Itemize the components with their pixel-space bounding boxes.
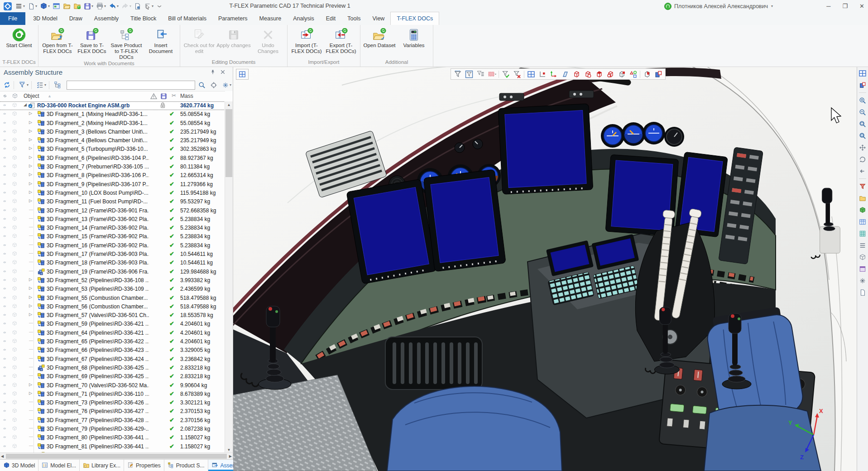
cube-top-icon[interactable] <box>594 70 604 79</box>
bottom-tab-model-el[interactable]: Model El... <box>38 460 80 471</box>
tree-row[interactable]: ▷3D Fragment_1 (Mixing Head\RD-336-1...✔… <box>0 110 225 119</box>
close-icon[interactable] <box>220 69 225 75</box>
bottom-tab-product-s[interactable]: Product S... <box>164 460 208 471</box>
collapsed-expander-icon[interactable]: ▷ <box>29 303 32 308</box>
save-product-to-t-flex-docs-button[interactable]: Save Product to T-FLEX DOCs <box>109 26 144 60</box>
tree-row[interactable]: ▷3D Fragment_10 (LOX Boost Pump\RD-...✔1… <box>0 189 225 197</box>
pin-icon[interactable] <box>210 69 216 75</box>
collapsed-expander-icon[interactable]: ▷ <box>29 277 32 282</box>
scrollbar-thumb[interactable] <box>6 454 227 459</box>
user-account[interactable]: Плотников Алексей Александрович ▾ <box>664 0 773 12</box>
expanded-expander-icon[interactable]: ◢ <box>24 102 27 107</box>
ribbon-tab-3d-model[interactable]: 3D Model <box>27 12 63 25</box>
scroll-right-icon[interactable]: ▶ <box>229 453 232 460</box>
grid-teal-icon[interactable] <box>858 229 867 238</box>
macro-document-icon[interactable] <box>133 1 142 11</box>
collapsed-expander-icon[interactable]: ▷ <box>29 163 32 168</box>
undo-icon[interactable]: ▾ <box>108 1 120 11</box>
restore-button[interactable]: ❐ <box>842 3 848 10</box>
wire-cube-icon[interactable] <box>571 70 582 79</box>
tree-row[interactable]: ▷3D Fragment_52 (Pipelines\RD-336-108 ..… <box>0 276 225 285</box>
highlight-color-icon[interactable] <box>486 70 497 79</box>
collapsed-expander-icon[interactable]: ▷ <box>29 120 32 125</box>
rotate-view-icon[interactable] <box>858 155 867 163</box>
filter-clear-icon[interactable] <box>512 70 523 79</box>
ribbon-tab-view[interactable]: View <box>367 12 391 25</box>
close-button[interactable]: ✕ <box>859 3 864 10</box>
page-s-icon[interactable] <box>858 288 867 297</box>
tree-row[interactable]: ▷3D Fragment_4 (Bellows Chamber Unit\...… <box>0 136 225 145</box>
open-folder-s-icon[interactable] <box>858 194 867 202</box>
collapsed-expander-icon[interactable]: ▷ <box>29 181 32 186</box>
tree-row[interactable]: —3D Fragment_59 (Pipelines\RD-336-421 ..… <box>0 320 225 328</box>
insert-document-button[interactable]: Insert Document <box>144 26 178 54</box>
minimize-button[interactable]: ─ <box>826 3 830 10</box>
tree-row[interactable]: ▷3D Fragment_3 (Bellows Chamber Unit\...… <box>0 128 225 136</box>
tree-structure-button[interactable] <box>53 81 63 89</box>
filter-red-icon[interactable] <box>858 182 867 191</box>
tree-row[interactable]: —3D Fragment_65 (Pipelines\RD-336-422 ..… <box>0 337 225 346</box>
tree-row[interactable]: —3D Fragment_76 (Pipelines\RD-336-427 ..… <box>0 407 225 416</box>
scroll-left-icon[interactable]: ◀ <box>1 453 4 460</box>
tree-row[interactable]: ▷3D Fragment_11 (Fuel Boost Pump\RD-...✔… <box>0 197 225 206</box>
3d-viewport[interactable]: X Y Z <box>233 67 857 471</box>
window-purple-icon[interactable] <box>858 264 867 273</box>
open-window-icon[interactable] <box>52 1 61 11</box>
filter-button[interactable]: ▾ <box>17 81 30 89</box>
new-3d-model-icon[interactable]: ▾ <box>39 1 51 11</box>
open-folder-icon[interactable] <box>62 1 72 11</box>
tree-row[interactable]: —3D Fragment_14 (Frame\RD-336-902 Pla...… <box>0 224 225 232</box>
column-header[interactable]: Object ▲ ✂ Mass <box>0 91 225 102</box>
cube-s-icon[interactable] <box>858 253 867 261</box>
open-from-t-flex-docs-button[interactable]: Open from T-FLEX DOCs <box>40 26 75 54</box>
tree-row[interactable]: ▷3D Fragment_53 (Pipelines\RD-336-109 ..… <box>0 285 225 293</box>
bottom-tab-properties[interactable]: Properties <box>124 460 164 471</box>
collapsed-expander-icon[interactable]: ▷ <box>29 137 32 142</box>
open-sync-icon[interactable] <box>72 1 82 11</box>
print-icon[interactable]: ▾ <box>95 1 107 11</box>
vertical-scrollbar[interactable]: ▲ ▼ <box>225 101 233 453</box>
save-icon[interactable]: ▾ <box>83 1 94 11</box>
tree-row[interactable]: —3D Fragment_80 (Pipelines\RD-336-441 ..… <box>0 433 225 442</box>
ribbon-tab-file[interactable]: File <box>0 12 25 25</box>
horizontal-scrollbar[interactable]: ◀ ▶ <box>0 452 233 460</box>
pointer-icon[interactable]: ▾ <box>143 1 154 11</box>
tree-row[interactable]: —3D Fragment_16 (Frame\RD-336-902 Pla...… <box>0 241 225 250</box>
ribbon-tab-edit[interactable]: Edit <box>320 12 342 25</box>
tree-row[interactable]: ▷3D Fragment_6 (Pipelines\RD-336-104 P..… <box>0 154 225 163</box>
section-cube-icon[interactable] <box>642 70 652 79</box>
coordinate-system-icon[interactable] <box>548 70 559 79</box>
tree-row[interactable]: —3D Fragment_17 (Frame\RD-336-903 Pla...… <box>0 250 225 259</box>
gear-s-icon[interactable] <box>858 276 867 285</box>
tree-row[interactable]: —3D Fragment_66 (Pipelines\RD-336-423 ..… <box>0 346 225 355</box>
collapsed-expander-icon[interactable]: ▷ <box>29 312 32 317</box>
collapsed-expander-icon[interactable]: ▷ <box>29 155 32 159</box>
tree-row[interactable]: —3D Fragment_73 (Pipelines\RD-336-426 ..… <box>0 399 225 407</box>
save-to-t-flex-docs-button[interactable]: Save to T-FLEX DOCs <box>75 26 109 54</box>
tree-row[interactable]: ▷3D Fragment_70 (Valves\RD-336-502 Ma...… <box>0 381 225 390</box>
tree-row[interactable]: —3D Fragment_18 (Frame\RD-336-903 Pla...… <box>0 259 225 267</box>
table-blue-icon[interactable] <box>858 217 867 226</box>
list-s-icon[interactable] <box>858 241 867 250</box>
ribbon-tab-analysis[interactable]: Analysis <box>287 12 320 25</box>
filter-apply-icon[interactable] <box>500 70 511 79</box>
collapsed-expander-icon[interactable]: ▷ <box>29 146 32 150</box>
ribbon-tab-bill-of-materials[interactable]: Bill of Materials <box>162 12 212 25</box>
tree-row[interactable]: —3D Fragment_15 (Frame\RD-336-902 Pla...… <box>0 232 225 241</box>
collapsed-expander-icon[interactable]: ▷ <box>29 391 32 395</box>
filter-list-icon[interactable] <box>475 70 486 79</box>
scrollbar-thumb[interactable] <box>225 109 232 177</box>
search-input[interactable] <box>67 81 195 90</box>
tree-row[interactable]: ▷3D Fragment_5 (Turbopump\RD-336-10...✔3… <box>0 145 225 154</box>
zoom-window-icon[interactable] <box>858 120 867 128</box>
tree-row[interactable]: ▷3D Fragment_55 (Combustion Chamber...✔5… <box>0 294 225 303</box>
workplane-icon[interactable] <box>537 70 548 79</box>
display-filter-icon[interactable] <box>452 70 463 79</box>
tree-row[interactable]: —3D Fragment_77 (Pipelines\RD-336-428 ..… <box>0 416 225 425</box>
ribbon-tab-tools[interactable]: Tools <box>341 12 366 25</box>
tree-row[interactable]: ▷3D Fragment_71 (Pipelines\RD-336-110 ..… <box>0 390 225 399</box>
pan-icon[interactable] <box>858 143 867 152</box>
viewport-layout-icon[interactable] <box>858 69 867 77</box>
bottom-tab-3d-model[interactable]: 3D Model <box>0 460 38 471</box>
collapsed-expander-icon[interactable]: ▷ <box>29 129 32 133</box>
